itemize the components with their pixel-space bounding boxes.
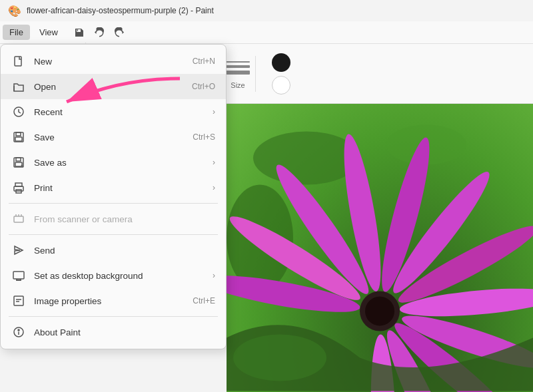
menu-icon-open xyxy=(11,79,26,94)
menu-icon-send xyxy=(11,243,26,258)
view-menu-button[interactable]: View xyxy=(33,25,65,40)
svg-rect-33 xyxy=(14,296,23,305)
menu-shortcut-save: Ctrl+S xyxy=(193,132,215,142)
menu-shortcut-open: Ctrl+O xyxy=(192,82,215,91)
file-menu-item-print[interactable]: Print› xyxy=(1,175,226,200)
svg-rect-29 xyxy=(14,186,23,191)
menu-label-scanner: From scanner or camera xyxy=(34,214,215,224)
menu-divider-6 xyxy=(9,203,218,204)
color-black[interactable] xyxy=(272,53,290,72)
menu-divider-send xyxy=(9,234,218,235)
svg-rect-27 xyxy=(15,162,22,166)
menu-divider-about xyxy=(9,316,218,317)
menu-label-new: New xyxy=(34,57,187,67)
save-button[interactable] xyxy=(70,23,89,42)
file-menu-item-send[interactable]: Send xyxy=(1,238,226,263)
menu-icon-saveas xyxy=(11,155,26,170)
size-label: Size xyxy=(231,81,245,89)
menu-label-properties: Image properties xyxy=(34,296,187,306)
svg-rect-20 xyxy=(15,57,21,66)
undo-button[interactable] xyxy=(90,23,109,42)
menu-icon-scanner xyxy=(11,212,26,226)
menu-label-save: Save xyxy=(34,132,187,142)
menu-icon-recent xyxy=(11,104,26,119)
menu-label-open: Open xyxy=(34,82,187,92)
menu-label-desktop: Set as desktop background xyxy=(34,271,210,281)
file-menu-dropdown: NewCtrl+NOpenCtrl+ORecent›SaveCtrl+SSave… xyxy=(0,44,227,349)
svg-point-35 xyxy=(18,329,19,331)
color-white[interactable] xyxy=(272,76,290,95)
menu-arrow-saveas: › xyxy=(213,158,215,167)
file-menu-item-properties[interactable]: Image propertiesCtrl+E xyxy=(1,288,226,313)
svg-rect-26 xyxy=(16,158,21,161)
svg-point-19 xyxy=(233,335,326,381)
file-menu-item-save[interactable]: SaveCtrl+S xyxy=(1,124,226,150)
svg-point-18 xyxy=(365,297,394,326)
svg-point-2 xyxy=(253,132,360,185)
menu-shortcut-properties: Ctrl+E xyxy=(193,296,215,305)
menu-label-saveas: Save as xyxy=(34,158,210,168)
title-bar: 🎨 flower-african-daisy-osteospermum-purp… xyxy=(0,0,533,21)
menu-arrow-print: › xyxy=(213,183,215,192)
menu-icon-about xyxy=(11,325,26,339)
file-menu-item-open[interactable]: OpenCtrl+O xyxy=(1,74,226,99)
svg-rect-32 xyxy=(13,272,24,279)
file-menu-item-saveas[interactable]: Save as› xyxy=(1,150,226,175)
app-icon: 🎨 xyxy=(8,5,21,17)
svg-rect-24 xyxy=(15,137,22,141)
menu-icon-print xyxy=(11,180,26,195)
file-menu-item-desktop[interactable]: Set as desktop background› xyxy=(1,263,226,288)
window-title: flower-african-daisy-osteospermum-purple… xyxy=(27,6,214,15)
menu-shortcut-new: Ctrl+N xyxy=(193,57,215,66)
menu-icon-save xyxy=(11,130,26,144)
file-menu-item-about[interactable]: About Paint xyxy=(1,319,226,345)
menu-icon-desktop xyxy=(11,268,26,283)
menu-label-recent: Recent xyxy=(34,107,210,117)
redo-button[interactable] xyxy=(110,23,129,42)
menu-label-about: About Paint xyxy=(34,327,215,337)
menu-arrow-desktop: › xyxy=(213,271,215,280)
file-menu-item-new[interactable]: NewCtrl+N xyxy=(1,49,226,74)
image-area xyxy=(227,104,533,392)
menu-icon-properties xyxy=(11,294,26,308)
menu-label-send: Send xyxy=(34,246,215,256)
svg-rect-31 xyxy=(14,216,23,222)
file-menu-button[interactable]: File xyxy=(3,25,30,40)
svg-rect-23 xyxy=(16,132,21,136)
file-menu-item-recent[interactable]: Recent› xyxy=(1,99,226,124)
file-menu-item-scanner: From scanner or camera xyxy=(1,206,226,232)
menu-arrow-recent: › xyxy=(213,107,215,116)
menu-icon-new xyxy=(11,54,26,69)
flower-image xyxy=(227,104,533,392)
menu-label-print: Print xyxy=(34,183,210,193)
menu-bar: File View xyxy=(0,21,533,44)
